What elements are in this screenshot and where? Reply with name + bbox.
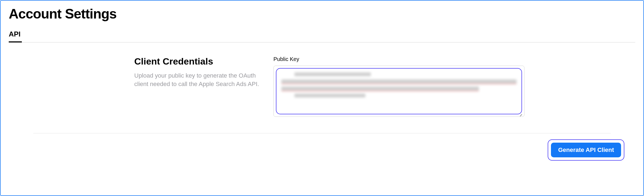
resize-handle-icon[interactable] bbox=[518, 111, 523, 115]
tabs: API bbox=[9, 30, 635, 42]
public-key-field: Public Key bbox=[273, 56, 635, 117]
section-heading: Client Credentials bbox=[134, 56, 273, 67]
public-key-textarea-wrapper bbox=[273, 66, 524, 117]
public-key-textarea[interactable] bbox=[276, 68, 522, 114]
generate-api-client-button[interactable]: Generate API Client bbox=[551, 143, 621, 157]
actions-row: Generate API Client bbox=[9, 133, 635, 161]
public-key-label: Public Key bbox=[273, 56, 624, 62]
credentials-info: Client Credentials Upload your public ke… bbox=[134, 56, 273, 117]
section-description: Upload your public key to generate the O… bbox=[134, 72, 260, 88]
tab-api[interactable]: API bbox=[9, 30, 20, 42]
public-key-value-blurred bbox=[281, 72, 517, 97]
content: Client Credentials Upload your public ke… bbox=[9, 56, 635, 117]
generate-button-focus-ring: Generate API Client bbox=[548, 139, 624, 161]
page-title: Account Settings bbox=[9, 6, 635, 22]
